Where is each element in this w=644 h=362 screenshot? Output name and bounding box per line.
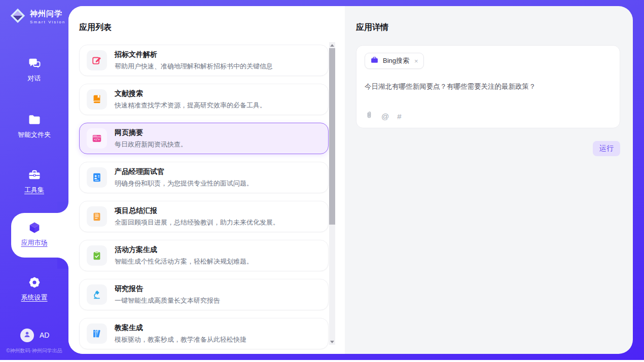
- sidebar-item-settings[interactable]: 系统设置: [0, 275, 68, 302]
- prompt-text[interactable]: 今日湖北有哪些新闻要点？有哪些需要关注的最新政策？: [365, 82, 612, 91]
- app-card-description: 全面回顾项目进展，总结经验教训，助力未来优化发展。: [115, 218, 279, 227]
- person-icon: [22, 330, 32, 341]
- app-list-title: 应用列表: [79, 22, 345, 33]
- app-market-cube-icon: [0, 220, 68, 235]
- toolbox-icon: [0, 167, 68, 183]
- app-card-title: 文献搜索: [115, 89, 266, 98]
- sidebar-item-label: 系统设置: [0, 293, 68, 302]
- bid-document-icon: [87, 50, 107, 70]
- prompt-toolbar: @ #: [365, 111, 402, 121]
- scrollbar-thumb[interactable]: [329, 48, 335, 225]
- app-card-project-summary[interactable]: 项目总结汇报 全面回顾项目进展，总结经验教训，助力未来优化发展。: [79, 201, 329, 232]
- app-card-description: 帮助用户快速、准确地理解和解析招标书中的关键信息: [115, 62, 273, 71]
- scroll-up-icon[interactable]: [329, 42, 335, 48]
- app-card-title: 招标文件解析: [115, 50, 273, 59]
- app-card-description: 模板驱动，教案秒成，教学准备从此轻松快捷: [115, 335, 246, 344]
- sidebar-item-smart-folder[interactable]: 智能文件夹: [0, 112, 68, 139]
- logo-subtitle: Smart Vision: [30, 20, 65, 24]
- svg-text:</>: </>: [94, 137, 100, 141]
- app-detail-title: 应用详情: [356, 22, 620, 33]
- sidebar-item-app-market[interactable]: 应用市场: [0, 220, 68, 247]
- sidebar-footer: ©神州数码·神州问学出品: [0, 347, 68, 354]
- app-detail-panel: 应用详情 Bing搜索 × 今日湖北有哪些新闻要点？有哪些需要关注的最新政策？: [345, 6, 633, 354]
- app-card-list: 招标文件解析 帮助用户快速、准确地理解和解析招标书中的关键信息 文献搜索: [79, 45, 329, 349]
- bump-fillet-bottom: [57, 258, 68, 269]
- prompt-editor-card: Bing搜索 × 今日湖北有哪些新闻要点？有哪些需要关注的最新政策？ @ #: [356, 45, 620, 128]
- app-card-title: 项目总结汇报: [115, 206, 279, 215]
- sidebar-item-chat[interactable]: 对话: [0, 56, 68, 83]
- sidebar-item-label: 应用市场: [0, 238, 68, 247]
- app-card-research-report[interactable]: 研究报告 一键智能生成高质量长文本研究报告: [79, 279, 329, 310]
- content-panel: 应用列表 招标文件解析 帮助用户快速、准确地理解和解析招标书中的关键信息: [68, 6, 633, 354]
- folder-icon: [0, 112, 68, 127]
- sidebar: 神州问学 Smart Vision 对话: [0, 0, 68, 360]
- hash-icon[interactable]: #: [397, 113, 401, 120]
- app-card-lesson-plan[interactable]: 教案生成 模板驱动，教案秒成，教学准备从此轻松快捷: [79, 318, 329, 349]
- scroll-down-icon[interactable]: [329, 339, 335, 345]
- app-window-frame: 神州问学 Smart Vision 对话: [0, 0, 644, 360]
- run-button[interactable]: 运行: [593, 141, 620, 156]
- app-list-panel: 应用列表 招标文件解析 帮助用户快速、准确地理解和解析招标书中的关键信息: [68, 6, 345, 354]
- app-card-pm-interviewer[interactable]: 产品经理面试官 明确身份和职责，为您提供专业性的面试问题。: [79, 162, 329, 193]
- tool-chip-label: Bing搜索: [383, 56, 409, 65]
- app-card-description: 明确身份和职责，为您提供专业性的面试问题。: [115, 179, 253, 188]
- mention-icon[interactable]: @: [381, 113, 389, 120]
- chip-close-icon[interactable]: ×: [414, 57, 418, 65]
- bump-fillet-top: [57, 202, 68, 213]
- sidebar-item-toolset[interactable]: 工具集: [0, 167, 68, 195]
- project-report-icon: [87, 206, 107, 227]
- web-page-icon: </>: [87, 128, 107, 149]
- interviewer-doc-icon: [87, 167, 107, 188]
- chat-icon: [0, 56, 68, 71]
- research-report-icon: [87, 284, 107, 305]
- gear-icon: [0, 275, 68, 290]
- sidebar-item-label: 对话: [0, 74, 68, 83]
- sidebar-item-label: 工具集: [0, 186, 68, 195]
- app-card-literature-search[interactable]: 文献搜索 快速精准查找学术资源，提高研究效率的必备工具。: [79, 84, 329, 115]
- app-card-title: 活动方案生成: [115, 245, 253, 255]
- app-list-scrollbar[interactable]: [329, 42, 335, 345]
- app-card-title: 产品经理面试官: [115, 167, 253, 176]
- user-avatar[interactable]: [20, 329, 34, 342]
- app-card-description: 一键智能生成高质量长文本研究报告: [115, 296, 220, 305]
- run-row: 运行: [356, 141, 620, 156]
- app-card-title: 研究报告: [115, 284, 220, 294]
- app-card-description: 每日政府新闻资讯快查。: [115, 140, 187, 149]
- sidebar-item-label: 智能文件夹: [0, 130, 68, 139]
- app-card-description: 智能生成个性化活动方案，轻松解决规划难题。: [115, 257, 253, 266]
- app-card-title: 教案生成: [115, 323, 246, 333]
- app-card-title: 网页摘要: [115, 128, 187, 137]
- logo-diamond-icon: [9, 7, 26, 26]
- user-name: AD: [40, 331, 49, 339]
- briefcase-icon: [370, 56, 379, 66]
- app-logo: 神州问学 Smart Vision: [9, 7, 65, 26]
- logo-title: 神州问学: [30, 9, 65, 19]
- paperclip-icon[interactable]: [365, 111, 373, 121]
- app-card-description: 快速精准查找学术资源，提高研究效率的必备工具。: [115, 101, 266, 110]
- activity-plan-icon: [87, 245, 107, 266]
- app-card-activity-plan[interactable]: 活动方案生成 智能生成个性化活动方案，轻松解决规划难题。: [79, 240, 329, 271]
- tool-chip-bing-search[interactable]: Bing搜索 ×: [365, 53, 424, 69]
- app-card-bid-parse[interactable]: 招标文件解析 帮助用户快速、准确地理解和解析招标书中的关键信息: [79, 45, 329, 76]
- literature-book-icon: [87, 89, 107, 110]
- app-card-web-summary[interactable]: </> 网页摘要 每日政府新闻资讯快查。: [79, 123, 329, 154]
- lesson-plan-icon: [87, 323, 107, 344]
